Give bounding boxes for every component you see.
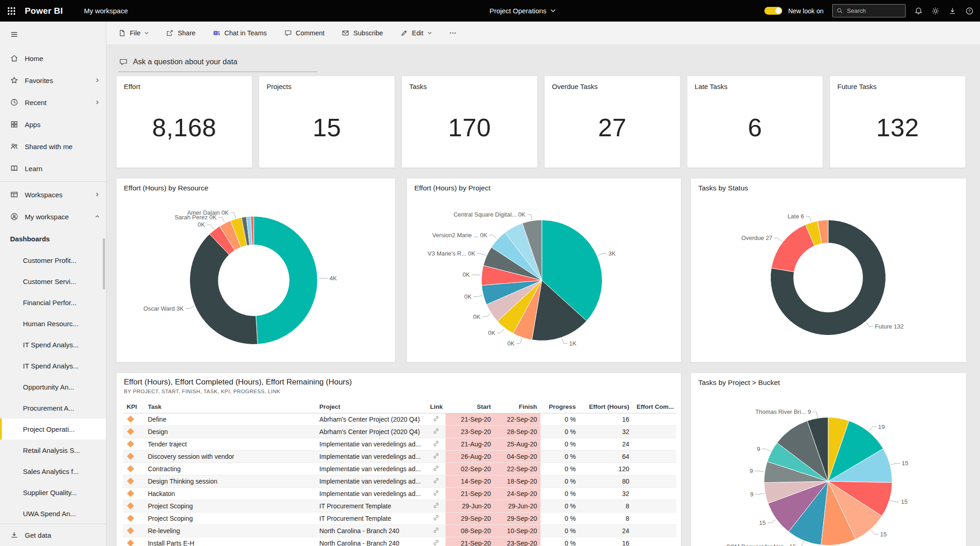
cell-progress: 0 % (540, 451, 579, 463)
comment-button[interactable]: Comment (284, 29, 325, 37)
sidebar-item-favorites[interactable]: Favorites (0, 69, 106, 91)
column-header-link[interactable]: Link (426, 401, 445, 413)
cell-project: North Carolina - Branch 240 (316, 537, 426, 546)
table-row[interactable]: Install Parts E-HNorth Carolina - Branch… (123, 537, 676, 546)
sidebar-scrollbar[interactable] (103, 238, 105, 290)
table-row[interactable]: Project ScopingIT Procurement Template29… (123, 500, 676, 513)
cell-start: 29-Sep-20 (445, 513, 495, 525)
tile-effort-by-resource[interactable]: Effort (Hours) by Resource 4KOscar Ward … (116, 178, 395, 362)
report-title-dropdown[interactable]: Project Operations (490, 7, 556, 15)
subscribe-button[interactable]: Subscribe (342, 29, 383, 37)
table-row[interactable]: ContractingImplementatie van veredelings… (123, 463, 676, 475)
chat-in-teams-button[interactable]: T Chat in Teams (213, 29, 267, 37)
search-input[interactable]: Search (832, 4, 906, 17)
column-header-project[interactable]: Project (316, 401, 426, 413)
pie-data-label: 15 (880, 531, 886, 538)
label-leader-line (866, 322, 873, 326)
subscribe-label: Subscribe (353, 29, 383, 37)
label-leader-line (774, 238, 782, 241)
share-button[interactable]: Share (166, 29, 195, 37)
cell-kpi (123, 451, 144, 463)
cell-project: IT Procurement Template (316, 500, 426, 513)
sidebar-dashboard-human-resourc[interactable]: Human Resourc... (0, 313, 106, 334)
column-header-finish[interactable]: Finish (495, 401, 541, 413)
table-row[interactable]: Discovery session with vendorImplementat… (123, 451, 676, 463)
download-icon[interactable] (948, 7, 957, 15)
sidebar-dashboard-supplier-quality[interactable]: Supplier Quality... (0, 482, 106, 503)
speech-bubble-icon (119, 58, 128, 66)
kpi-card-projects[interactable]: Projects15 (259, 76, 395, 168)
more-options-button[interactable] (449, 29, 457, 37)
table-row[interactable]: Tender trajectImplementatie van veredeli… (123, 438, 676, 451)
label-leader-line (890, 500, 899, 501)
sidebar-dashboard-customer-servi[interactable]: Customer Servi... (0, 271, 106, 292)
sidebar-item-apps[interactable]: Apps (0, 113, 106, 135)
column-header-effort-hours[interactable]: Effort (Hours) (579, 401, 633, 413)
sidebar-dashboard-customer-profit[interactable]: Customer Profit... (0, 250, 106, 271)
pie-data-label: 15 (901, 498, 908, 505)
column-header-start[interactable]: Start (445, 401, 495, 413)
app-title[interactable]: Power BI (25, 6, 63, 16)
notifications-icon[interactable] (914, 7, 923, 15)
cell-kpi (123, 413, 144, 426)
sidebar-item-recent[interactable]: Recent (0, 91, 106, 113)
tile-effort-table[interactable]: Effort (Hours), Effort Completed (Hours)… (116, 373, 681, 546)
help-icon[interactable]: ? (965, 7, 974, 15)
sidebar-dashboard-procurement-a[interactable]: Procurement A... (0, 397, 106, 418)
sidebar-dashboard-project-operati[interactable]: Project Operati... (0, 418, 106, 440)
kpi-value: 6 (687, 112, 823, 142)
page-title: Project Operations (490, 7, 546, 15)
file-menu[interactable]: File (118, 29, 149, 37)
column-header-effort-com[interactable]: Effort Com... (633, 401, 676, 413)
sidebar-dashboard-it-spend-analys[interactable]: IT Spend Analys... (0, 334, 106, 355)
table-row[interactable]: Project ScopingIT Procurement Template29… (123, 513, 676, 525)
pie-data-label: 0K (473, 313, 480, 320)
search-placeholder: Search (847, 7, 866, 14)
chart-title: Tasks by Project > Bucket (698, 379, 780, 387)
table-row[interactable]: HackatonImplementatie van veredelings ad… (123, 488, 676, 500)
column-header-progress[interactable]: Progress (540, 401, 579, 413)
sidebar-item-get-data[interactable]: Get data (0, 524, 106, 546)
kpi-card-overdue-tasks[interactable]: Overdue Tasks27 (544, 76, 680, 168)
kpi-card-future-tasks[interactable]: Future Tasks132 (830, 76, 966, 168)
sidebar-item-home[interactable]: Home (0, 47, 106, 69)
sidebar-item-learn[interactable]: Learn (0, 157, 106, 179)
sidebar-item-shared-with-me[interactable]: Shared with me (0, 135, 106, 157)
sidebar-item-workspaces[interactable]: Workspaces (0, 184, 106, 206)
kpi-value: 170 (402, 112, 537, 142)
workspace-name[interactable]: My workspace (84, 7, 128, 15)
edit-button[interactable]: Edit (401, 29, 432, 37)
sidebar-dashboard-retail-analysis-s[interactable]: Retail Analysis S... (0, 440, 106, 461)
tile-tasks-by-project-bucket[interactable]: Tasks by Project > Bucket 1915151515SCM … (690, 373, 967, 546)
table-row[interactable]: Design Thinking sessionImplementatie van… (123, 475, 676, 488)
label-leader-line (768, 519, 776, 523)
column-header-kpi[interactable]: KPI (123, 401, 144, 413)
donut-hole (218, 245, 289, 316)
tile-tasks-by-status[interactable]: Tasks by Status Future 132Overdue 27Late… (690, 178, 967, 362)
new-look-toggle[interactable] (764, 7, 782, 15)
sidebar-dashboard-uwa-spend-an[interactable]: UWA Spend An... (0, 503, 106, 524)
sidebar-dashboard-opportunity-an[interactable]: Opportunity An... (0, 376, 106, 397)
top-app-bar: Power BI My workspace Project Operations… (0, 0, 980, 22)
cell-kpi (123, 475, 144, 488)
app-launcher-icon[interactable] (0, 0, 23, 22)
tile-effort-by-project[interactable]: Effort (Hours) by Project 3K1K0K0K0K0K0K… (406, 178, 681, 362)
sidebar-dashboard-sales-analytics-f[interactable]: Sales Analytics f... (0, 461, 106, 482)
column-header-task[interactable]: Task (144, 401, 316, 413)
label-leader-line (755, 493, 764, 494)
table-row[interactable]: DefineAbrham's Center Project (2020 Q4)2… (123, 413, 676, 426)
kpi-card-effort[interactable]: Effort8,168 (116, 76, 252, 168)
qna-input[interactable]: Ask a question about your data (118, 55, 317, 72)
table-row[interactable]: DesignAbrham's Center Project (2020 Q4)2… (123, 426, 676, 438)
kpi-card-late-tasks[interactable]: Late Tasks6 (687, 76, 823, 168)
nav-collapse-button[interactable] (0, 22, 106, 47)
sidebar-dashboard-financial-perfor[interactable]: Financial Perfor... (0, 292, 106, 313)
settings-icon[interactable] (931, 7, 940, 15)
table-row[interactable]: Re-levelingNorth Carolina - Branch 24008… (123, 525, 676, 537)
pie-data-label: 0K (488, 329, 496, 336)
kpi-card-tasks[interactable]: Tasks170 (401, 76, 538, 168)
cell-progress: 0 % (540, 537, 579, 546)
kpi-diamond-icon (127, 440, 134, 448)
sidebar-dashboard-it-spend-analys[interactable]: IT Spend Analys... (0, 355, 106, 376)
sidebar-item-my-workspace[interactable]: My workspace (0, 206, 106, 228)
